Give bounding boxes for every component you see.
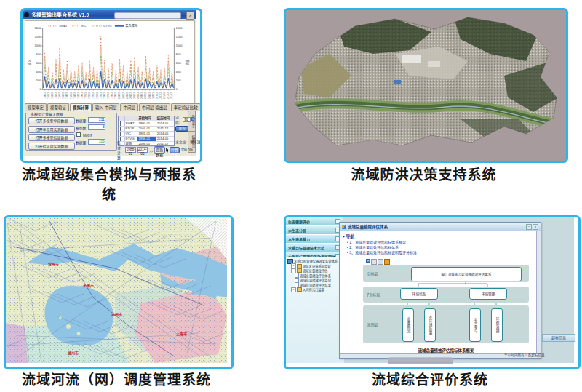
xtick-label: 2000/1/1: [118, 91, 121, 98]
copy-icon[interactable]: [371, 259, 377, 265]
field2-label: 模型数:: [76, 125, 87, 130]
xtick-label: 1990/1/1: [81, 91, 84, 98]
group-title: 多模型计算输入数据: [29, 111, 65, 116]
nav-item-2[interactable]: • 3、流域总量绩效评估指标说明及评分标准: [347, 249, 417, 255]
table-row[interactable]: DTVG1988-012014-05: [119, 137, 174, 142]
open-data-button-2[interactable]: 打开多模型验证数据: [28, 134, 75, 141]
field2-input[interactable]: 3: [88, 124, 105, 130]
document-icon: [342, 225, 346, 229]
report-button[interactable]: 计算月报: [170, 147, 180, 153]
close-icon[interactable]: x: [533, 224, 538, 230]
xtick-label: 1985/1/1: [62, 91, 65, 98]
ytick-left: 8000: [36, 53, 41, 56]
caption-evaluation: 流域综合评价系统: [284, 369, 576, 388]
background-window-fragment: [388, 357, 453, 364]
xtick-label: 2003/1/1: [129, 91, 132, 98]
query-button[interactable]: 查询: [175, 126, 188, 132]
ytick-right: 2000: [176, 79, 181, 82]
xtick-label: 2009/1/1: [152, 91, 155, 98]
field3-input[interactable]: 106: [88, 139, 105, 145]
tab-3[interactable]: 输入-中间层: [92, 103, 119, 111]
xtick-label: 1992/1/1: [88, 91, 91, 98]
terrain-svg: [286, 10, 562, 156]
caption-river: 流域河流（网）调度管理系统: [4, 369, 229, 388]
ytick-left: 0: [39, 88, 41, 91]
legend-label: SWAT: [59, 24, 68, 28]
xtick-label: 2013/1/1: [167, 91, 170, 98]
xtick-label: 2011/1/1: [159, 91, 162, 98]
station-value: 狮子滩: [190, 140, 200, 144]
field1-input[interactable]: 211: [88, 117, 105, 123]
chevron-down-icon[interactable]: ▼: [191, 117, 194, 121]
sidebar-section-2[interactable]: 水生态承载力-: [286, 235, 343, 244]
model-table: 开始时间结束时间SWAT1980-012014-05BTOP2007-01201…: [118, 116, 175, 146]
xtick-label: 1980/1/1: [44, 91, 47, 98]
print-icon[interactable]: [378, 259, 383, 265]
m-correction-checkbox[interactable]: [76, 132, 81, 137]
ytick-left: 14000: [35, 27, 41, 30]
sidebar-section-1[interactable]: 水生态分区-: [286, 226, 343, 235]
open-data-button-1[interactable]: 打开率定用实测数据: [28, 126, 75, 133]
v-scrollbar[interactable]: [536, 231, 541, 354]
legend-label: 集合模拟: [126, 23, 137, 28]
nav-item-1[interactable]: • 2、流域总量绩效评估指标体系: [347, 244, 417, 249]
window-title: 多模型输出集合系统 V1.0: [31, 11, 89, 18]
row-checkbox[interactable]: [120, 127, 121, 131]
panel-evaluation: 生态健康评价-水生态分区-水生态承载力-水质目标管理技术示范-水质目标管理实施效…: [284, 215, 581, 369]
progress-value: 100.0%: [181, 148, 193, 152]
xtick-label: 2014/1/1: [170, 91, 173, 98]
tab-1[interactable]: 模型验证: [47, 103, 69, 111]
save-icon[interactable]: H: [366, 259, 370, 263]
tab-4[interactable]: 中间层: [120, 103, 138, 111]
y-axis-label-right: 流量: [185, 59, 190, 65]
xtick-label: 1993/1/1: [92, 91, 95, 98]
folder-icon: [297, 264, 302, 268]
ensemble-start-input[interactable]: 1988-01: [125, 147, 135, 153]
window-buttons: ─ x: [526, 224, 538, 230]
river-network-map[interactable]: 常州市无锡市苏州市上海市湖州市: [6, 217, 227, 363]
tree-item[interactable]: +入河排污口监管: [287, 287, 344, 292]
xtick-label: 2007/1/1: [144, 91, 147, 98]
table-row[interactable]: BTOP2007-012011-12: [119, 127, 174, 132]
close-icon[interactable]: x: [186, 12, 194, 20]
table-row[interactable]: SWAT1980-012014-05: [119, 121, 174, 127]
sidebar-tree: 水质目标管理实施效果监管体系+流域水环境质量监管-流域总量绩效评估流域总量绩效评…: [286, 257, 344, 363]
open-data-button-0[interactable]: 打开多模型率定数据: [28, 117, 75, 124]
minimize-icon[interactable]: ─: [526, 224, 532, 230]
tab-2[interactable]: 模拟计算: [70, 103, 92, 111]
tab-7[interactable]: 结果比较: [202, 103, 202, 111]
reach-select[interactable]: 96: [183, 117, 191, 122]
sidebar-accordion: 生态健康评价-水生态分区-水生态承载力-水质目标管理技术示范-水质目标管理实施效…: [286, 217, 343, 261]
arrow-glyph: -->>: [149, 146, 153, 153]
map-label: 常州市: [48, 262, 59, 267]
caption-simulation: 流域超级集合模拟与预报系统: [20, 164, 198, 203]
map-label: 上海市: [176, 332, 187, 337]
chart-svg: SWATVICDTVG集合模拟0020002000400040006000600…: [25, 21, 193, 101]
cursor-icon: [166, 148, 168, 153]
sidebar-section-0[interactable]: 生态健康评价-: [286, 217, 343, 226]
map-label: 无锡市: [82, 283, 94, 288]
ytick-right: 6000: [176, 62, 181, 65]
evaluation-window: 流域总量绩效评估体系 ─ x ▸ 导航 • 1、流域总量绩效评估指标体系框架• …: [339, 222, 541, 359]
refresh-icon[interactable]: [384, 259, 390, 265]
simulation-titlebar: 多模型输出集合系统 V1.0 x: [23, 10, 196, 19]
xtick-label: 1997/1/1: [107, 91, 110, 98]
map-label: 湖州市: [68, 351, 79, 356]
nav-item-0[interactable]: • 1、流域总量绩效评估指标体系框架: [347, 239, 417, 244]
ytick-right: 8000: [176, 53, 181, 56]
caption-flood: 流域防洪决策支持系统: [284, 164, 564, 183]
ytick-left: 4000: [36, 71, 41, 73]
aerial-3d-view[interactable]: [286, 10, 562, 156]
tab-6[interactable]: 率定验证比较: [171, 103, 201, 111]
xtick-label: 1999/1/1: [114, 91, 117, 98]
tab-0[interactable]: 模型率定: [25, 103, 47, 111]
tab-5[interactable]: 中间层-输出层: [139, 103, 170, 111]
table-row[interactable]: VIC1981-012014-05: [119, 132, 174, 137]
ensemble-end-input[interactable]: 2014-05: [137, 147, 148, 153]
row-checkbox[interactable]: [120, 121, 121, 126]
alert-panel-header[interactable]: 超标信息: [542, 334, 575, 342]
row-checkbox[interactable]: [120, 132, 121, 136]
subgoal-box: 环境管理: [469, 288, 507, 300]
extract-data-button[interactable]: 提取数据: [154, 147, 164, 153]
sidebar-section-3[interactable]: 水质目标管理技术示范-: [286, 244, 343, 252]
